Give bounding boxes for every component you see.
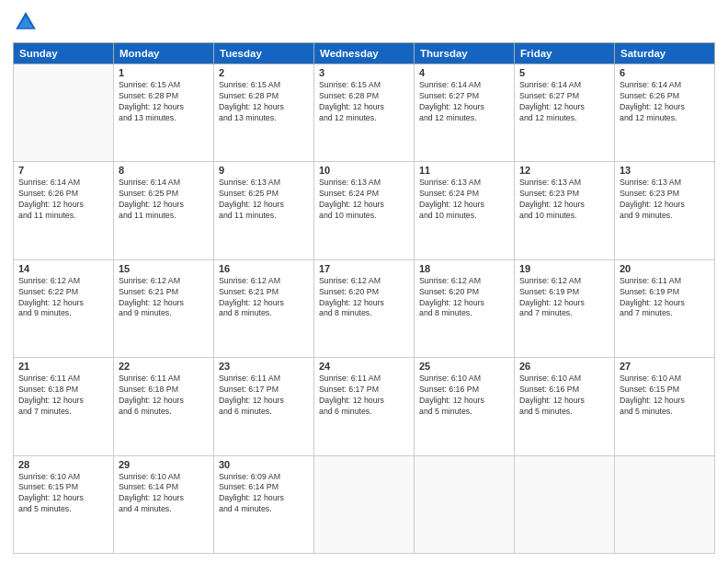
day-info: Sunrise: 6:10 AM Sunset: 6:16 PM Dayligh… (419, 373, 509, 418)
day-cell: 17Sunrise: 6:12 AM Sunset: 6:20 PM Dayli… (314, 259, 415, 357)
day-info: Sunrise: 6:09 AM Sunset: 6:14 PM Dayligh… (219, 472, 309, 516)
calendar-body: 1Sunrise: 6:15 AM Sunset: 6:28 PM Daylig… (14, 64, 715, 554)
day-cell: 18Sunrise: 6:12 AM Sunset: 6:20 PM Dayli… (415, 259, 515, 357)
day-cell (615, 455, 715, 553)
day-number: 17 (319, 263, 409, 274)
header-cell-tuesday: Tuesday (214, 43, 314, 64)
day-number: 9 (219, 165, 309, 176)
day-info: Sunrise: 6:14 AM Sunset: 6:26 PM Dayligh… (18, 178, 108, 222)
day-info: Sunrise: 6:12 AM Sunset: 6:22 PM Dayligh… (18, 276, 108, 320)
day-number: 13 (620, 165, 710, 176)
day-info: Sunrise: 6:10 AM Sunset: 6:15 PM Dayligh… (620, 373, 710, 418)
day-cell: 28Sunrise: 6:10 AM Sunset: 6:15 PM Dayli… (14, 455, 114, 553)
day-number: 18 (419, 263, 509, 274)
day-number: 8 (119, 165, 209, 176)
day-cell: 14Sunrise: 6:12 AM Sunset: 6:22 PM Dayli… (14, 259, 114, 357)
day-cell (14, 64, 114, 162)
day-cell: 29Sunrise: 6:10 AM Sunset: 6:14 PM Dayli… (114, 455, 214, 553)
day-cell: 6Sunrise: 6:14 AM Sunset: 6:26 PM Daylig… (615, 64, 715, 162)
day-cell: 4Sunrise: 6:14 AM Sunset: 6:27 PM Daylig… (415, 64, 515, 162)
day-number: 26 (519, 361, 609, 372)
day-info: Sunrise: 6:10 AM Sunset: 6:16 PM Dayligh… (519, 373, 609, 418)
day-number: 2 (219, 67, 309, 78)
day-number: 5 (519, 67, 609, 78)
day-cell: 26Sunrise: 6:10 AM Sunset: 6:16 PM Dayli… (515, 358, 615, 455)
day-cell: 9Sunrise: 6:13 AM Sunset: 6:25 PM Daylig… (214, 162, 314, 259)
day-number: 22 (119, 361, 209, 372)
day-number: 30 (219, 459, 309, 470)
day-info: Sunrise: 6:14 AM Sunset: 6:27 PM Dayligh… (519, 80, 609, 124)
day-info: Sunrise: 6:12 AM Sunset: 6:21 PM Dayligh… (219, 276, 309, 320)
header-cell-thursday: Thursday (415, 43, 515, 64)
day-cell: 23Sunrise: 6:11 AM Sunset: 6:17 PM Dayli… (214, 358, 314, 455)
header-cell-friday: Friday (515, 43, 615, 64)
day-cell: 10Sunrise: 6:13 AM Sunset: 6:24 PM Dayli… (314, 162, 415, 259)
day-cell: 7Sunrise: 6:14 AM Sunset: 6:26 PM Daylig… (14, 162, 114, 259)
day-info: Sunrise: 6:15 AM Sunset: 6:28 PM Dayligh… (119, 80, 209, 124)
day-cell: 19Sunrise: 6:12 AM Sunset: 6:19 PM Dayli… (515, 259, 615, 357)
day-info: Sunrise: 6:13 AM Sunset: 6:23 PM Dayligh… (620, 178, 710, 222)
day-info: Sunrise: 6:15 AM Sunset: 6:28 PM Dayligh… (219, 80, 309, 124)
day-info: Sunrise: 6:14 AM Sunset: 6:25 PM Dayligh… (119, 178, 209, 222)
day-cell: 3Sunrise: 6:15 AM Sunset: 6:28 PM Daylig… (314, 64, 415, 162)
day-info: Sunrise: 6:11 AM Sunset: 6:19 PM Dayligh… (620, 276, 710, 320)
day-number: 6 (620, 67, 710, 78)
day-number: 14 (18, 263, 108, 274)
week-row-0: 1Sunrise: 6:15 AM Sunset: 6:28 PM Daylig… (14, 64, 715, 162)
day-number: 29 (119, 459, 209, 470)
page: SundayMondayTuesdayWednesdayThursdayFrid… (0, 0, 728, 563)
day-info: Sunrise: 6:13 AM Sunset: 6:24 PM Dayligh… (319, 178, 409, 222)
day-info: Sunrise: 6:11 AM Sunset: 6:17 PM Dayligh… (319, 373, 409, 418)
day-cell: 24Sunrise: 6:11 AM Sunset: 6:17 PM Dayli… (314, 358, 415, 455)
day-info: Sunrise: 6:11 AM Sunset: 6:17 PM Dayligh… (219, 373, 309, 418)
day-cell: 20Sunrise: 6:11 AM Sunset: 6:19 PM Dayli… (615, 259, 715, 357)
header (13, 9, 715, 35)
day-number: 10 (319, 165, 409, 176)
day-cell: 27Sunrise: 6:10 AM Sunset: 6:15 PM Dayli… (615, 358, 715, 455)
day-number: 28 (18, 459, 108, 470)
day-number: 7 (18, 165, 108, 176)
day-info: Sunrise: 6:11 AM Sunset: 6:18 PM Dayligh… (18, 373, 108, 418)
day-number: 3 (319, 67, 409, 78)
day-info: Sunrise: 6:10 AM Sunset: 6:15 PM Dayligh… (18, 472, 108, 516)
day-info: Sunrise: 6:14 AM Sunset: 6:26 PM Dayligh… (620, 80, 710, 124)
day-number: 16 (219, 263, 309, 274)
day-info: Sunrise: 6:12 AM Sunset: 6:19 PM Dayligh… (519, 276, 609, 320)
day-info: Sunrise: 6:14 AM Sunset: 6:27 PM Dayligh… (419, 80, 509, 124)
day-info: Sunrise: 6:10 AM Sunset: 6:14 PM Dayligh… (119, 472, 209, 516)
day-number: 25 (419, 361, 509, 372)
day-number: 12 (519, 165, 609, 176)
week-row-3: 21Sunrise: 6:11 AM Sunset: 6:18 PM Dayli… (14, 358, 715, 455)
day-cell: 1Sunrise: 6:15 AM Sunset: 6:28 PM Daylig… (114, 64, 214, 162)
day-info: Sunrise: 6:12 AM Sunset: 6:20 PM Dayligh… (419, 276, 509, 320)
day-cell: 22Sunrise: 6:11 AM Sunset: 6:18 PM Dayli… (114, 358, 214, 455)
day-number: 15 (119, 263, 209, 274)
day-info: Sunrise: 6:12 AM Sunset: 6:20 PM Dayligh… (319, 276, 409, 320)
header-cell-monday: Monday (114, 43, 214, 64)
day-number: 20 (620, 263, 710, 274)
day-cell: 12Sunrise: 6:13 AM Sunset: 6:23 PM Dayli… (515, 162, 615, 259)
day-cell: 13Sunrise: 6:13 AM Sunset: 6:23 PM Dayli… (615, 162, 715, 259)
day-info: Sunrise: 6:15 AM Sunset: 6:28 PM Dayligh… (319, 80, 409, 124)
calendar-header: SundayMondayTuesdayWednesdayThursdayFrid… (14, 43, 715, 64)
day-cell (515, 455, 615, 553)
day-number: 23 (219, 361, 309, 372)
day-info: Sunrise: 6:13 AM Sunset: 6:24 PM Dayligh… (419, 178, 509, 222)
logo (13, 9, 42, 35)
day-number: 27 (620, 361, 710, 372)
day-cell: 5Sunrise: 6:14 AM Sunset: 6:27 PM Daylig… (515, 64, 615, 162)
header-row: SundayMondayTuesdayWednesdayThursdayFrid… (14, 43, 715, 64)
day-info: Sunrise: 6:11 AM Sunset: 6:18 PM Dayligh… (119, 373, 209, 418)
calendar: SundayMondayTuesdayWednesdayThursdayFrid… (13, 42, 715, 554)
day-cell: 15Sunrise: 6:12 AM Sunset: 6:21 PM Dayli… (114, 259, 214, 357)
day-number: 11 (419, 165, 509, 176)
day-number: 4 (419, 67, 509, 78)
day-cell: 2Sunrise: 6:15 AM Sunset: 6:28 PM Daylig… (214, 64, 314, 162)
week-row-2: 14Sunrise: 6:12 AM Sunset: 6:22 PM Dayli… (14, 259, 715, 357)
day-number: 1 (119, 67, 209, 78)
day-number: 19 (519, 263, 609, 274)
logo-icon (13, 9, 39, 35)
day-cell: 21Sunrise: 6:11 AM Sunset: 6:18 PM Dayli… (14, 358, 114, 455)
header-cell-saturday: Saturday (615, 43, 715, 64)
header-cell-wednesday: Wednesday (314, 43, 415, 64)
